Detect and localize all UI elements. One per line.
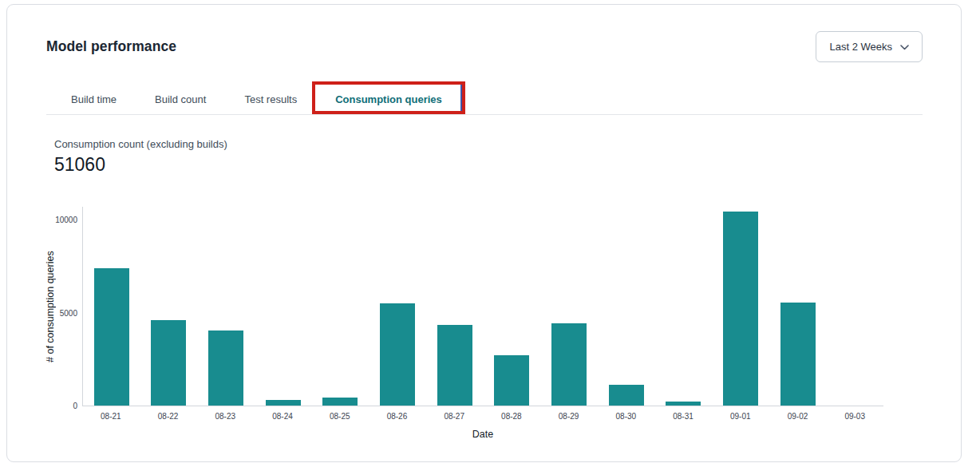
bar-slot <box>540 207 598 406</box>
x-tick-label: 09-03 <box>826 412 883 421</box>
date-range-dropdown[interactable]: Last 2 Weeks <box>816 31 923 62</box>
x-tick-label: 08-22 <box>140 412 197 421</box>
y-axis-title: # of consumption queries <box>44 207 57 406</box>
bar-08-29[interactable] <box>551 323 587 406</box>
bar-slot <box>769 207 827 406</box>
bar-08-22[interactable] <box>151 320 186 406</box>
tab-build-time[interactable]: Build time <box>52 85 136 114</box>
x-tick-label: 08-21 <box>82 412 140 421</box>
x-tick-label: 08-31 <box>654 412 712 421</box>
bar-slot <box>654 207 712 406</box>
metric-block: Consumption count (excluding builds) 510… <box>54 138 227 176</box>
tab-test-results[interactable]: Test results <box>225 85 316 114</box>
bar-slot <box>826 207 883 406</box>
x-axis-title: Date <box>82 429 883 440</box>
x-tick-label: 08-24 <box>254 412 311 421</box>
x-tick-label: 08-28 <box>483 412 540 421</box>
bar-08-27[interactable] <box>437 325 472 406</box>
bar-slot <box>483 207 540 406</box>
page-title: Model performance <box>46 38 176 55</box>
metric-label: Consumption count (excluding builds) <box>54 138 227 150</box>
tab-consumption-queries[interactable]: Consumption queries <box>316 85 461 114</box>
tab-label: Build count <box>155 93 206 105</box>
bar-08-24[interactable] <box>266 400 301 406</box>
bar-series <box>83 207 883 406</box>
bar-09-02[interactable] <box>780 303 816 406</box>
x-tick-label: 09-02 <box>769 412 827 421</box>
bar-08-23[interactable] <box>208 330 243 406</box>
x-tick-label: 08-23 <box>196 412 254 421</box>
y-tick-label: 5000 <box>60 308 77 317</box>
bar-slot <box>255 207 312 406</box>
tab-label: Build time <box>71 93 117 105</box>
bar-09-01[interactable] <box>723 212 758 406</box>
bar-08-30[interactable] <box>609 385 644 406</box>
card-header: Model performance Last 2 Weeks <box>46 31 923 62</box>
bar-slot <box>369 207 426 406</box>
bar-08-31[interactable] <box>666 402 701 406</box>
bar-slot <box>712 207 769 406</box>
bar-08-26[interactable] <box>380 303 415 406</box>
x-tick-label: 08-25 <box>311 412 369 421</box>
bar-chart-plot-area: 0500010000 <box>82 207 883 406</box>
date-range-value: Last 2 Weeks <box>829 41 892 53</box>
tab-label: Consumption queries <box>335 93 442 105</box>
bar-slot <box>312 207 369 406</box>
bar-slot <box>598 207 655 406</box>
y-tick-label: 10000 <box>55 216 77 224</box>
metric-value: 51060 <box>54 154 227 176</box>
model-performance-card: Model performance Last 2 Weeks Build tim… <box>6 4 962 462</box>
x-tick-label: 09-01 <box>712 412 769 421</box>
bar-slot <box>426 207 484 406</box>
bar-08-25[interactable] <box>322 398 358 406</box>
bar-08-28[interactable] <box>494 355 529 406</box>
bar-slot <box>83 207 140 406</box>
chevron-down-icon <box>900 45 909 50</box>
x-tick-label: 08-29 <box>540 412 598 421</box>
x-axis-tick-labels: 08-2108-2208-2308-2408-2508-2608-2708-28… <box>82 412 883 421</box>
x-tick-label: 08-26 <box>369 412 426 421</box>
bar-slot <box>197 207 255 406</box>
x-tick-label: 08-27 <box>425 412 483 421</box>
tab-bar: Build timeBuild countTest resultsConsump… <box>46 85 923 115</box>
bar-slot <box>140 207 198 406</box>
tab-label: Test results <box>244 93 297 105</box>
x-tick-label: 08-30 <box>597 412 654 421</box>
y-tick-label: 0 <box>73 402 77 410</box>
bar-08-21[interactable] <box>94 268 129 406</box>
tab-build-count[interactable]: Build count <box>136 85 225 114</box>
